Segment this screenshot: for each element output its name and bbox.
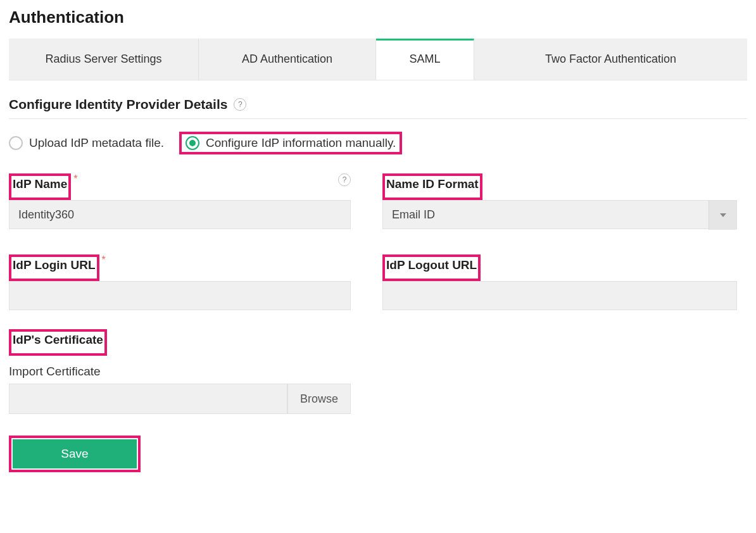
- save-button[interactable]: Save: [13, 439, 137, 468]
- help-icon[interactable]: ?: [338, 173, 351, 186]
- tabs: Radius Server Settings AD Authentication…: [9, 39, 747, 80]
- help-icon[interactable]: ?: [234, 98, 246, 111]
- highlight-box: IdP Login URL: [9, 254, 99, 281]
- highlight-box: IdP's Certificate: [9, 329, 107, 356]
- tab-saml[interactable]: SAML: [376, 39, 474, 80]
- highlight-box: IdP Logout URL: [382, 254, 481, 281]
- tab-tfa[interactable]: Two Factor Authentication: [474, 39, 747, 80]
- radio-upload-metadata[interactable]: Upload IdP metadata file.: [9, 136, 164, 150]
- select-name-id-format[interactable]: Email ID: [382, 200, 737, 229]
- label-idp-name: IdP Name: [13, 177, 67, 191]
- radio-icon: [9, 136, 23, 150]
- radio-icon: [186, 136, 199, 150]
- field-idp-login-url: IdP Login URL *: [9, 254, 351, 310]
- config-mode-radio-group: Upload IdP metadata file. Configure IdP …: [9, 132, 747, 154]
- field-idp-name: IdP Name * ?: [9, 173, 351, 229]
- highlight-box: IdP Name: [9, 173, 71, 200]
- highlight-box: Configure IdP information manually.: [179, 132, 402, 154]
- section-title: Configure Identity Provider Details: [9, 97, 227, 112]
- required-mark: *: [102, 254, 106, 266]
- input-idp-name[interactable]: [9, 200, 351, 229]
- tab-ad[interactable]: AD Authentication: [199, 39, 376, 80]
- label-idp-login-url: IdP Login URL: [13, 258, 96, 272]
- label-idp-logout-url: IdP Logout URL: [386, 258, 477, 272]
- section-header: Configure Identity Provider Details ?: [9, 97, 747, 119]
- label-import-certificate: Import Certificate: [9, 365, 351, 379]
- page-title: Authentication: [9, 8, 747, 27]
- import-certificate-row: Browse: [9, 384, 351, 414]
- label-name-id-format: Name ID Format: [386, 177, 479, 191]
- radio-configure-manually[interactable]: Configure IdP information manually.: [186, 136, 396, 150]
- label-idp-certificate: IdP's Certificate: [13, 333, 103, 347]
- highlight-box: Name ID Format: [382, 173, 482, 200]
- radio-manual-label: Configure IdP information manually.: [206, 136, 396, 150]
- radio-upload-label: Upload IdP metadata file.: [29, 136, 164, 150]
- required-mark: *: [73, 173, 77, 185]
- field-idp-logout-url: IdP Logout URL: [382, 254, 737, 310]
- input-import-certificate[interactable]: [9, 384, 287, 414]
- certificate-section: IdP's Certificate Import Certificate Bro…: [9, 329, 351, 414]
- select-value: Email ID: [392, 208, 435, 222]
- input-idp-login-url[interactable]: [9, 281, 351, 310]
- chevron-down-icon[interactable]: [709, 201, 736, 230]
- field-name-id-format: Name ID Format Email ID: [382, 173, 737, 229]
- browse-button[interactable]: Browse: [287, 384, 351, 414]
- tab-radius[interactable]: Radius Server Settings: [9, 39, 199, 80]
- input-idp-logout-url[interactable]: [382, 281, 737, 310]
- highlight-box: Save: [9, 436, 141, 472]
